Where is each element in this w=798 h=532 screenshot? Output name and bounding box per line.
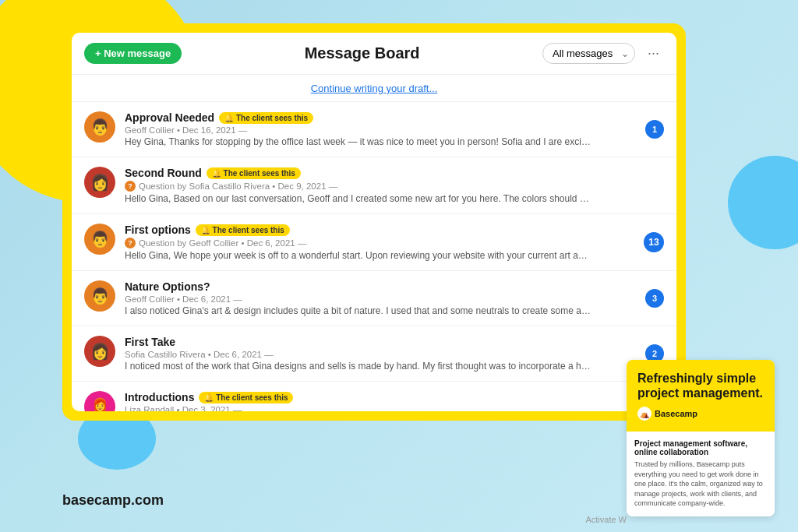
- filter-wrapper: All messages My messages Unread: [542, 43, 635, 64]
- avatar: 👩: [84, 167, 115, 198]
- client-badge: 🔔 The client sees this: [207, 167, 301, 179]
- message-header-row: Nature Options?: [125, 280, 636, 293]
- avatar: 👨: [84, 224, 115, 255]
- avatar: 👩: [84, 336, 115, 367]
- ad-logo: ⛺ Basecamp: [637, 407, 764, 421]
- message-meta: ?Question by Geoff Collier • Dec 6, 2021…: [125, 238, 634, 248]
- message-meta-text: Liza Randall • Dec 3, 2021 —: [125, 405, 242, 411]
- message-meta-text: Geoff Collier • Dec 6, 2021 —: [125, 294, 242, 304]
- message-meta: ?Question by Sofia Castillo Rivera • Dec…: [125, 181, 664, 192]
- message-item[interactable]: 👩‍🦰 Introductions 🔔 The client sees this…: [72, 382, 676, 411]
- message-content: First Take Sofia Castillo Rivera • Dec 6…: [125, 336, 636, 372]
- message-title: Second Round: [125, 167, 202, 179]
- avatar: 👨: [84, 111, 115, 143]
- main-frame: + New message Message Board All messages…: [62, 23, 686, 421]
- message-preview: Hey Gina, Thanks for stopping by the off…: [125, 136, 592, 147]
- message-header-row: First options 🔔 The client sees this: [125, 224, 634, 236]
- basecamp-url-label: basecamp.com: [62, 492, 164, 509]
- message-preview: Hello Gina, We hope your week is off to …: [125, 250, 592, 261]
- message-preview: I noticed most of the work that Gina des…: [125, 361, 592, 372]
- client-badge: 🔔 The client sees this: [196, 224, 290, 236]
- message-title: Approval Needed: [125, 111, 214, 124]
- client-badge: 🔔 The client sees this: [199, 392, 293, 403]
- message-content: Nature Options? Geoff Collier • Dec 6, 2…: [125, 280, 636, 316]
- message-preview: I also noticed Gina's art & design inclu…: [125, 305, 592, 316]
- ad-description: Trusted by millions, Basecamp puts every…: [634, 460, 767, 509]
- ad-title: Refreshingly simple project management.: [637, 371, 764, 400]
- unread-badge: 3: [645, 289, 664, 308]
- message-item[interactable]: 👩 Second Round 🔔 The client sees this ?Q…: [72, 157, 676, 214]
- message-title: First Take: [125, 336, 175, 348]
- message-item[interactable]: 👩 First Take Sofia Castillo Rivera • Dec…: [72, 326, 676, 382]
- message-content: Introductions 🔔 The client sees this Liz…: [125, 391, 636, 411]
- app-window: + New message Message Board All messages…: [72, 33, 676, 411]
- message-content: Second Round 🔔 The client sees this ?Que…: [125, 167, 664, 204]
- message-title: First options: [125, 224, 191, 236]
- unread-badge: 13: [644, 232, 664, 252]
- unread-badge: 1: [645, 120, 664, 139]
- new-message-button[interactable]: + New message: [84, 43, 182, 64]
- ad-logo-text: Basecamp: [655, 409, 697, 418]
- question-icon: ?: [125, 238, 136, 248]
- message-content: Approval Needed 🔔 The client sees this G…: [125, 111, 636, 147]
- activate-watermark: Activate W: [585, 515, 627, 524]
- toolbar: + New message Message Board All messages…: [72, 33, 676, 75]
- message-header-row: First Take: [125, 336, 636, 348]
- message-preview: Hello Gina, Based on our last conversati…: [125, 193, 592, 204]
- basecamp-logo-icon: ⛺: [637, 407, 651, 421]
- message-item[interactable]: 👨 Approval Needed 🔔 The client sees this…: [72, 102, 676, 157]
- draft-link[interactable]: Continue writing your draft...: [311, 83, 438, 94]
- message-meta-text: Geoff Collier • Dec 16, 2021 —: [125, 125, 247, 135]
- ad-top: Refreshingly simple project management. …: [627, 360, 775, 432]
- avatar: 👨: [84, 280, 115, 312]
- draft-banner: Continue writing your draft...: [72, 75, 676, 102]
- message-item[interactable]: 👨 First options 🔔 The client sees this ?…: [72, 214, 676, 271]
- messages-list: 👨 Approval Needed 🔔 The client sees this…: [72, 102, 676, 411]
- message-meta: Liza Randall • Dec 3, 2021 —: [125, 405, 636, 411]
- message-content: First options 🔔 The client sees this ?Qu…: [125, 224, 634, 261]
- message-header-row: Second Round 🔔 The client sees this: [125, 167, 664, 179]
- question-icon: ?: [125, 181, 136, 192]
- message-meta: Geoff Collier • Dec 6, 2021 —: [125, 294, 636, 304]
- avatar: 👩‍🦰: [84, 391, 115, 411]
- more-options-button[interactable]: ···: [643, 42, 664, 65]
- ad-subtitle: Project management software, online coll…: [634, 439, 767, 456]
- message-item[interactable]: 👨 Nature Options? Geoff Collier • Dec 6,…: [72, 271, 676, 326]
- message-meta-text: Question by Sofia Castillo Rivera • Dec …: [139, 181, 337, 191]
- ad-section: Refreshingly simple project management. …: [627, 360, 775, 516]
- message-meta-text: Sofia Castillo Rivera • Dec 6, 2021 —: [125, 350, 274, 359]
- ad-bottom: Project management software, online coll…: [627, 432, 775, 516]
- message-header-row: Approval Needed 🔔 The client sees this: [125, 111, 636, 124]
- message-meta: Geoff Collier • Dec 16, 2021 —: [125, 125, 636, 135]
- client-badge: 🔔 The client sees this: [219, 112, 313, 124]
- filter-select[interactable]: All messages My messages Unread: [542, 43, 635, 64]
- message-header-row: Introductions 🔔 The client sees this: [125, 391, 636, 403]
- message-title: Nature Options?: [125, 280, 210, 293]
- bg-blob-blue-right: [728, 156, 798, 249]
- page-title: Message Board: [189, 44, 535, 62]
- message-title: Introductions: [125, 391, 194, 403]
- message-meta-text: Question by Geoff Collier • Dec 6, 2021 …: [139, 238, 306, 248]
- message-meta: Sofia Castillo Rivera • Dec 6, 2021 —: [125, 350, 636, 359]
